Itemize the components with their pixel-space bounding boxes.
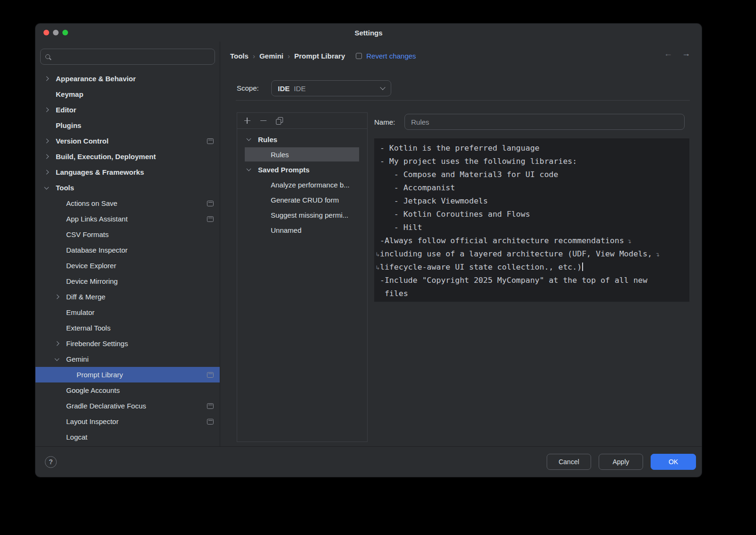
chevron-slot <box>55 404 66 408</box>
back-arrow-button[interactable]: ← <box>664 49 672 59</box>
scope-combobox[interactable]: IDE IDE <box>271 80 391 96</box>
chevron-slot <box>55 358 66 360</box>
editor-line-text: lifecycle-aware UI state collection., et… <box>380 263 582 272</box>
editor-line: files <box>380 287 684 300</box>
sidebar-item-gemini[interactable]: Gemini <box>35 351 220 367</box>
sidebar-item-appearance-behavior[interactable]: Appearance & Behavior <box>35 71 220 86</box>
duplicate-button[interactable] <box>273 115 285 127</box>
text-caret <box>582 263 583 271</box>
sidebar-item-logcat[interactable]: Logcat <box>35 429 220 445</box>
tree-item-label: Generate CRUD form <box>271 196 367 204</box>
prompt-tree-item-generate-crud-form[interactable]: Generate CRUD form <box>237 192 367 207</box>
sidebar-item-emulator[interactable]: Emulator <box>35 305 220 320</box>
sidebar-item-label: Google Accounts <box>66 386 214 394</box>
sidebar-item-gradle-declarative-focus[interactable]: Gradle Declarative Focus <box>35 398 220 414</box>
soft-wrap-end-icon: ↴ <box>655 251 660 258</box>
screen-icon <box>207 201 214 206</box>
sidebar-item-label: Actions on Save <box>66 199 203 207</box>
settings-window: Settings Appearance & Behavior Keymap Ed… <box>35 24 702 477</box>
tree-item-label: Unnamed <box>271 226 367 234</box>
breadcrumb-item-gemini[interactable]: Gemini <box>259 52 284 60</box>
sidebar-item-label: Gemini <box>66 355 214 363</box>
sidebar-item-app-links-assistant[interactable]: App Links Assistant <box>35 211 220 227</box>
breadcrumb-separator: › <box>288 52 290 60</box>
sidebar-item-keymap[interactable]: Keymap <box>35 86 220 102</box>
sidebar-item-tools[interactable]: Tools <box>35 180 220 195</box>
section-divider <box>236 100 690 101</box>
minus-icon <box>260 118 266 124</box>
prompt-editor[interactable]: - Kotlin is the preferred language- My p… <box>374 138 689 302</box>
search-input[interactable] <box>54 53 210 60</box>
sidebar-item-google-accounts[interactable]: Google Accounts <box>35 382 220 398</box>
prompt-tree-item-unnamed[interactable]: Unnamed <box>237 222 367 238</box>
sidebar-item-external-tools[interactable]: External Tools <box>35 320 220 336</box>
sidebar-item-device-explorer[interactable]: Device Explorer <box>35 258 220 273</box>
chevron-right-icon <box>44 108 49 112</box>
remove-button[interactable] <box>257 115 269 127</box>
screen-icon <box>207 138 214 144</box>
revert-changes-link[interactable]: Revert changes <box>366 52 416 60</box>
chevron-slot <box>55 435 66 439</box>
prompt-tree-item-saved-prompts[interactable]: Saved Prompts <box>237 162 367 177</box>
sidebar-item-actions-on-save[interactable]: Actions on Save <box>35 195 220 211</box>
sidebar-item-plugins[interactable]: Plugins <box>35 118 220 133</box>
chevron-slot <box>55 233 66 236</box>
sidebar-item-database-inspector[interactable]: Database Inspector <box>35 242 220 258</box>
scope-tag: IDE <box>278 85 290 93</box>
forward-arrow-button[interactable]: → <box>682 49 690 59</box>
chevron-slot <box>247 169 258 170</box>
sidebar-item-prompt-library[interactable]: Prompt Library <box>35 367 220 382</box>
copy-icon <box>276 117 283 124</box>
search-icon <box>45 54 50 59</box>
modified-indicator-icon <box>356 53 362 59</box>
chevron-slot <box>66 373 77 376</box>
name-input[interactable] <box>404 114 685 130</box>
soft-wrap-start-icon: ↳ <box>375 248 380 261</box>
breadcrumb-item-tools[interactable]: Tools <box>230 52 249 60</box>
help-button[interactable]: ? <box>45 456 57 468</box>
chevron-slot <box>45 155 56 158</box>
chevron-slot <box>55 295 66 298</box>
chevron-down-icon <box>247 136 251 141</box>
prompt-tree-item-rules[interactable]: Rules <box>237 132 367 147</box>
sidebar-item-label: Keymap <box>56 90 214 98</box>
editor-line: -Include "Copyright 2025 MyCompany" at t… <box>380 274 684 287</box>
settings-search-field[interactable] <box>40 49 215 65</box>
sidebar-item-layout-inspector[interactable]: Layout Inspector <box>35 414 220 429</box>
sidebar: Appearance & Behavior Keymap Editor Plug… <box>35 42 220 446</box>
sidebar-item-device-mirroring[interactable]: Device Mirroring <box>35 273 220 289</box>
prompt-tree-item-rules[interactable]: Rules <box>237 147 367 162</box>
sidebar-item-csv-formats[interactable]: CSV Formats <box>35 227 220 242</box>
ok-button[interactable]: OK <box>651 454 696 470</box>
chevron-down-icon <box>44 185 49 189</box>
sidebar-item-languages-frameworks[interactable]: Languages & Frameworks <box>35 164 220 180</box>
editor-line-text: files <box>380 289 408 298</box>
name-label: Name: <box>374 118 395 126</box>
prompt-toolbar <box>237 113 367 129</box>
sidebar-nav: Appearance & Behavior Keymap Editor Plug… <box>35 71 220 446</box>
cancel-button[interactable]: Cancel <box>547 454 591 470</box>
editor-line-text: - Kotlin Coroutines and Flows <box>380 210 530 219</box>
add-button[interactable] <box>241 115 253 127</box>
prompt-list-panel: Rules Rules Saved Prompts Analyze perfor… <box>237 112 368 442</box>
footer-bar: ? Cancel Apply OK <box>35 446 702 477</box>
sidebar-item-firebender-settings[interactable]: Firebender Settings <box>35 336 220 351</box>
sidebar-item-diff-merge[interactable]: Diff & Merge <box>35 289 220 305</box>
editor-line: -Always follow official architecture rec… <box>380 234 684 247</box>
sidebar-item-label: Device Mirroring <box>66 277 214 285</box>
sidebar-item-editor[interactable]: Editor <box>35 102 220 118</box>
apply-button[interactable]: Apply <box>599 454 643 470</box>
chevron-slot <box>55 342 66 345</box>
sidebar-item-version-control[interactable]: Version Control <box>35 133 220 149</box>
editor-line-text: - Hilt <box>380 223 422 232</box>
chevron-slot <box>55 217 66 221</box>
prompt-tree-item-analyze-performance-b[interactable]: Analyze performance b... <box>237 177 367 192</box>
breadcrumb-item-prompt-library[interactable]: Prompt Library <box>294 52 345 60</box>
prompt-tree-item-suggest-missing-permi[interactable]: Suggest missing permi... <box>237 207 367 222</box>
editor-line-text: including use of a layered architecture … <box>380 249 652 258</box>
sidebar-item-build-execution-deployment[interactable]: Build, Execution, Deployment <box>35 149 220 164</box>
sidebar-item-label: App Links Assistant <box>66 215 203 223</box>
chevron-slot <box>55 311 66 314</box>
soft-wrap-end-icon: ↴ <box>627 238 632 245</box>
chevron-down-icon <box>380 85 385 90</box>
